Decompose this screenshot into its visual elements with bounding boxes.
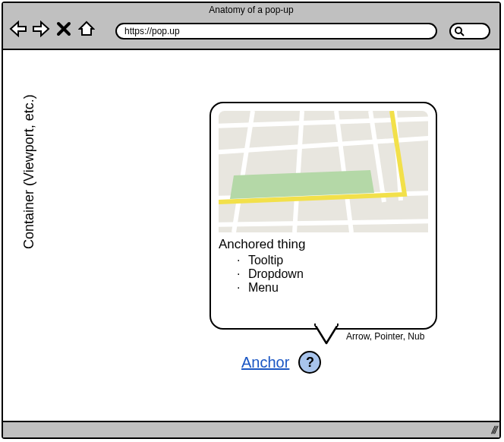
- browser-chrome: Anatomy of a pop-up: [3, 3, 499, 50]
- home-button[interactable]: [77, 20, 96, 38]
- svg-point-0: [455, 27, 461, 33]
- viewport: Container (Viewport, etc.): [5, 52, 498, 419]
- popup-title: Anchored thing: [219, 237, 428, 252]
- status-bar: ///: [3, 421, 499, 437]
- back-button[interactable]: [9, 20, 27, 38]
- arrow-label: Arrow, Pointer, Nub: [346, 331, 424, 342]
- popup: Anchored thing Tooltip Dropdown Menu: [209, 102, 437, 330]
- list-item: Dropdown: [237, 267, 428, 281]
- search-icon: [454, 26, 465, 36]
- popup-arrow: [314, 324, 339, 345]
- url-bar[interactable]: [115, 23, 437, 39]
- nav-toolbar: [9, 20, 96, 38]
- container-label: Container (Viewport, etc.): [21, 94, 37, 249]
- svg-line-1: [461, 33, 464, 36]
- popup-list: Tooltip Dropdown Menu: [237, 254, 428, 295]
- svg-marker-13: [314, 324, 339, 343]
- list-item: Menu: [237, 281, 428, 295]
- stop-button[interactable]: [55, 20, 73, 38]
- map-thumbnail: [219, 111, 428, 232]
- resize-grip-icon[interactable]: ///: [491, 424, 497, 436]
- anchor-row: Anchor ?: [241, 351, 321, 374]
- browser-window: Anatomy of a pop-up Container (Viewport,…: [2, 2, 501, 439]
- search-box[interactable]: [449, 23, 490, 39]
- svg-rect-14: [316, 324, 337, 326]
- forward-button[interactable]: [32, 20, 50, 38]
- list-item: Tooltip: [237, 254, 428, 267]
- window-title: Anatomy of a pop-up: [3, 5, 499, 15]
- anchor-link[interactable]: Anchor: [241, 354, 289, 371]
- help-icon[interactable]: ?: [298, 351, 321, 374]
